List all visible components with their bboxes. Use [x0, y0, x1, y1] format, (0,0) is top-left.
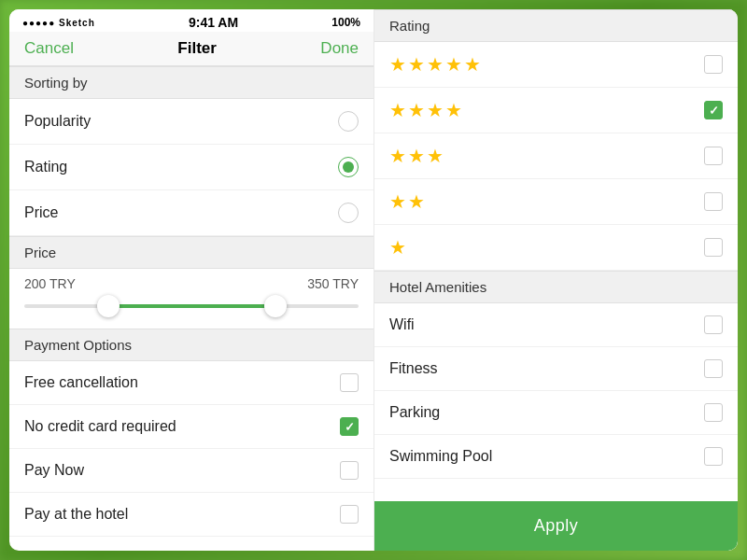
sorting-popularity-label: Popularity [24, 113, 91, 130]
payment-free-cancellation-checkbox[interactable] [340, 373, 359, 392]
sorting-rating-row[interactable]: Rating [9, 145, 374, 190]
star-icon: ★ [427, 145, 444, 167]
price-min-label: 200 TRY [24, 276, 76, 291]
price-slider[interactable] [9, 291, 374, 329]
sorting-rating-radio[interactable] [338, 157, 359, 177]
sorting-rating-label: Rating [24, 159, 67, 175]
slider-thumb-left[interactable] [97, 295, 120, 317]
payment-no-credit-card-label: No credit card required [24, 418, 176, 435]
payment-free-cancellation-row[interactable]: Free cancellation [9, 361, 374, 405]
rating-4-stars-group: ★ ★ ★ ★ [389, 99, 462, 121]
rating-1-stars-group: ★ [389, 236, 406, 259]
star-icon: ★ [427, 99, 444, 121]
rating-4-star-row[interactable]: ★ ★ ★ ★ [374, 88, 738, 133]
cancel-button[interactable]: Cancel [24, 39, 74, 58]
amenities-section-header: Hotel Amenities [374, 271, 738, 303]
payment-pay-at-hotel-row[interactable]: Pay at the hotel [9, 493, 374, 537]
star-icon: ★ [389, 53, 406, 76]
payment-free-cancellation-label: Free cancellation [24, 374, 138, 391]
left-panel: ●●●●● Sketch 9:41 AM 100% Cancel Filter … [9, 9, 374, 551]
amenity-parking-checkbox[interactable] [704, 403, 723, 422]
payment-pay-now-checkbox[interactable] [340, 461, 359, 480]
rating-3-star-row[interactable]: ★ ★ ★ [374, 133, 738, 179]
slider-fill [108, 304, 275, 308]
rating-3-stars-group: ★ ★ ★ [389, 145, 444, 167]
rating-5-stars-group: ★ ★ ★ ★ ★ [389, 53, 481, 76]
main-container: ●●●●● Sketch 9:41 AM 100% Cancel Filter … [9, 9, 738, 551]
rating-3-star-checkbox[interactable] [704, 147, 723, 165]
rating-4-star-checkbox[interactable] [704, 101, 723, 119]
payment-pay-at-hotel-checkbox[interactable] [340, 505, 359, 524]
star-icon: ★ [408, 190, 425, 213]
star-icon: ★ [389, 145, 406, 167]
nav-bar: Cancel Filter Done [9, 32, 374, 66]
rating-2-stars-group: ★ ★ [389, 190, 425, 213]
rating-2-star-row[interactable]: ★ ★ [374, 179, 738, 225]
signal-dots: ●●●●● Sketch [22, 18, 95, 28]
sorting-section-header: Sorting by [9, 66, 374, 99]
sorting-price-row[interactable]: Price [9, 190, 374, 236]
star-icon: ★ [389, 236, 406, 259]
star-icon: ★ [408, 99, 425, 121]
star-icon: ★ [408, 53, 425, 76]
amenity-fitness-checkbox[interactable] [704, 359, 723, 378]
star-icon: ★ [427, 53, 444, 76]
payment-section-header: Payment Options [9, 329, 374, 361]
rating-1-star-checkbox[interactable] [704, 238, 723, 257]
amenity-parking-label: Parking [389, 404, 440, 421]
rating-2-star-checkbox[interactable] [704, 192, 723, 211]
star-icon: ★ [464, 53, 481, 76]
price-section-header: Price [9, 236, 374, 269]
amenity-fitness-row[interactable]: Fitness [374, 347, 738, 391]
status-time: 9:41 AM [189, 15, 238, 30]
amenity-swimming-pool-row[interactable]: Swimming Pool [374, 435, 738, 479]
amenity-wifi-checkbox[interactable] [704, 315, 723, 334]
left-panel-content: Sorting by Popularity Rating Price Price… [9, 66, 374, 551]
star-icon: ★ [389, 190, 406, 213]
amenity-swimming-pool-label: Swimming Pool [389, 448, 492, 465]
sorting-popularity-radio[interactable] [338, 111, 359, 132]
price-range-labels: 200 TRY 350 TRY [9, 269, 374, 291]
price-max-label: 350 TRY [307, 276, 359, 291]
star-icon: ★ [445, 53, 462, 76]
amenity-wifi-label: Wifi [389, 316, 415, 333]
battery-indicator: 100% [331, 16, 360, 29]
amenity-swimming-pool-checkbox[interactable] [704, 447, 723, 466]
slider-thumb-right[interactable] [264, 295, 287, 317]
star-icon: ★ [389, 99, 406, 121]
rating-section-header: Rating [374, 9, 738, 42]
status-bar: ●●●●● Sketch 9:41 AM 100% [9, 9, 374, 32]
rating-5-star-row[interactable]: ★ ★ ★ ★ ★ [374, 42, 738, 88]
star-icon: ★ [445, 99, 462, 121]
done-button[interactable]: Done [320, 39, 359, 58]
right-panel: Rating ★ ★ ★ ★ ★ ★ ★ ★ ★ [374, 9, 738, 551]
amenity-fitness-label: Fitness [389, 360, 438, 377]
sorting-price-label: Price [24, 204, 58, 221]
amenity-parking-row[interactable]: Parking [374, 391, 738, 435]
sorting-popularity-row[interactable]: Popularity [9, 99, 374, 145]
apply-button[interactable]: Apply [374, 501, 738, 551]
amenity-wifi-row[interactable]: Wifi [374, 303, 738, 347]
payment-pay-now-label: Pay Now [24, 462, 84, 479]
sorting-price-radio[interactable] [338, 203, 359, 223]
payment-no-credit-card-checkbox[interactable] [340, 417, 359, 436]
star-icon: ★ [408, 145, 425, 167]
right-panel-content: Rating ★ ★ ★ ★ ★ ★ ★ ★ ★ [374, 9, 738, 501]
payment-pay-now-row[interactable]: Pay Now [9, 449, 374, 493]
nav-title: Filter [177, 39, 217, 58]
rating-1-star-row[interactable]: ★ [374, 225, 738, 271]
rating-5-star-checkbox[interactable] [704, 55, 723, 74]
payment-pay-at-hotel-label: Pay at the hotel [24, 506, 128, 523]
payment-no-credit-card-row[interactable]: No credit card required [9, 405, 374, 449]
slider-track [24, 304, 359, 308]
